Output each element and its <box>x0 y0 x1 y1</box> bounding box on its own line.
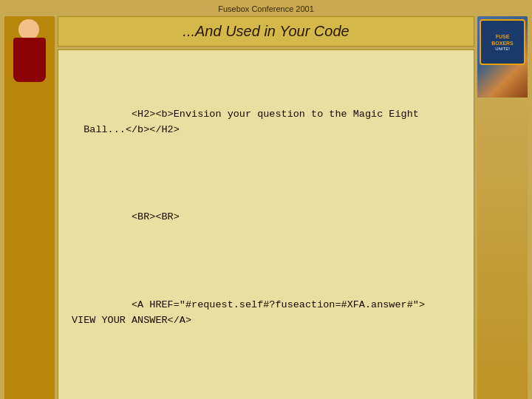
left-person-illustration <box>7 19 52 100</box>
fusebox-logo: FUSE BOXERS UNITE! <box>480 19 525 65</box>
code-block-3: <A HREF="#request.self#?fuseaction=#XFA.… <box>72 282 460 344</box>
main-frame: Fusebox Conference 2001 ...And Used in Y… <box>0 0 532 399</box>
code-block-2: <BR><BR> <box>72 194 460 241</box>
section-header: ...And Used in Your Code <box>58 16 474 47</box>
code-text-3: <A HREF="#request.self#?fuseaction=#XFA.… <box>72 299 425 326</box>
fusebox-logo-text: FUSE BOXERS <box>491 33 514 47</box>
right-image-bottom <box>477 98 528 399</box>
code-block-4: <BR><BR><BR> <box>72 386 460 399</box>
code-text-1: <H2><b>Envision your question to the Mag… <box>72 109 419 135</box>
main-area: ...And Used in Your Code <H2><b>Envision… <box>0 16 532 399</box>
fusebox-logo-tagline: UNITE! <box>495 47 510 51</box>
right-decorative-image: FUSE BOXERS UNITE! <box>477 16 528 399</box>
top-bar: Fusebox Conference 2001 <box>0 0 532 16</box>
header-title: ...And Used in Your Code <box>183 23 349 39</box>
center-content: ...And Used in Your Code <H2><b>Envision… <box>55 16 477 399</box>
right-image-top: FUSE BOXERS UNITE! <box>477 16 528 98</box>
code-block-1: <H2><b>Envision your question to the Mag… <box>72 92 460 154</box>
code-display-area: <H2><b>Envision your question to the Mag… <box>58 50 474 399</box>
left-decorative-image <box>4 16 55 399</box>
code-text-2: <BR><BR> <box>132 211 180 222</box>
conference-title: Fusebox Conference 2001 <box>218 4 314 13</box>
